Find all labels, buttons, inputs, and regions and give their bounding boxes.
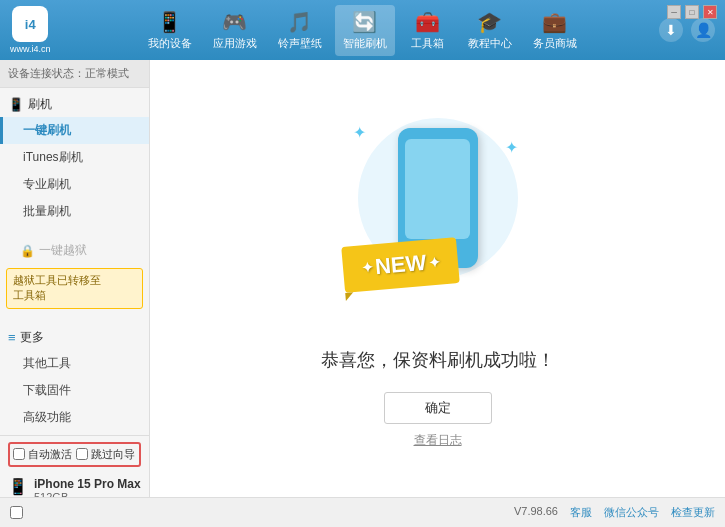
- tutorial-icon: 🎓: [477, 10, 502, 34]
- skip-guide-checkbox[interactable]: 跳过向导: [76, 447, 135, 462]
- statusbar-checkbox[interactable]: [10, 506, 23, 519]
- nav-label-smart-flash: 智能刷机: [343, 36, 387, 51]
- star-icon-left: ✦: [360, 259, 373, 276]
- nav-item-toolbox[interactable]: 🧰 工具箱: [400, 5, 455, 56]
- auto-activate-input[interactable]: [13, 448, 25, 460]
- new-ribbon: ✦ NEW ✦: [341, 237, 460, 293]
- sidebar-item-other-tools[interactable]: 其他工具: [0, 350, 149, 377]
- statusbar: V7.98.66 客服 微信公众号 检查更新: [0, 497, 725, 527]
- device-storage: 512GB: [34, 491, 141, 497]
- maximize-button[interactable]: □: [685, 5, 699, 19]
- wechat-link[interactable]: 微信公众号: [604, 505, 659, 520]
- sparkle-icon-1: ✦: [353, 123, 366, 142]
- skip-guide-label: 跳过向导: [91, 447, 135, 462]
- ringtones-icon: 🎵: [287, 10, 312, 34]
- content-area: ✦ ✦ ✦ NEW ✦ 恭喜您，保资料刷机成功啦！ 确定 查看日志: [150, 60, 725, 497]
- sidebar-item-advanced[interactable]: 高级功能: [0, 404, 149, 431]
- nav-item-apps-games[interactable]: 🎮 应用游戏: [205, 5, 265, 56]
- nav-label-business: 务员商城: [533, 36, 577, 51]
- star-icon-right: ✦: [427, 254, 440, 271]
- sparkle-icon-2: ✦: [505, 138, 518, 157]
- jailbreak-label: 一键越狱: [39, 242, 87, 259]
- new-label: NEW: [373, 250, 426, 280]
- sidebar-item-itunes-flash[interactable]: iTunes刷机: [0, 144, 149, 171]
- nav-label-tutorial: 教程中心: [468, 36, 512, 51]
- statusbar-right: V7.98.66 客服 微信公众号 检查更新: [514, 505, 715, 520]
- nav-item-business[interactable]: 💼 务员商城: [525, 5, 585, 56]
- nav-label-apps-games: 应用游戏: [213, 36, 257, 51]
- version-text: V7.98.66: [514, 505, 558, 520]
- auto-actions: 自动激活 跳过向导: [8, 442, 141, 467]
- main-layout: 设备连接状态：正常模式 📱 刷机 一键刷机 iTunes刷机 专业刷机 批量刷机…: [0, 60, 725, 497]
- sidebar-item-batch-flash[interactable]: 批量刷机: [0, 198, 149, 225]
- smart-flash-icon: 🔄: [352, 10, 377, 34]
- apps-games-icon: 🎮: [222, 10, 247, 34]
- logo-icon: i4: [12, 6, 48, 42]
- nav-label-my-device: 我的设备: [148, 36, 192, 51]
- flash-section: 📱 刷机 一键刷机 iTunes刷机 专业刷机 批量刷机: [0, 88, 149, 229]
- nav-item-smart-flash[interactable]: 🔄 智能刷机: [335, 5, 395, 56]
- minimize-button[interactable]: ─: [667, 5, 681, 19]
- nav-item-tutorial[interactable]: 🎓 教程中心: [460, 5, 520, 56]
- flash-section-label: 刷机: [28, 96, 52, 113]
- statusbar-left: [10, 506, 27, 519]
- check-update-link[interactable]: 检查更新: [671, 505, 715, 520]
- logo: i4 www.i4.cn: [10, 6, 51, 54]
- logo-subtext: www.i4.cn: [10, 44, 51, 54]
- nav-item-my-device[interactable]: 📱 我的设备: [140, 5, 200, 56]
- more-section-icon: ≡: [8, 330, 16, 345]
- nav-label-ringtones: 铃声壁纸: [278, 36, 322, 51]
- business-icon: 💼: [542, 10, 567, 34]
- auto-activate-checkbox[interactable]: 自动激活: [13, 447, 72, 462]
- sidebar-item-pro-flash[interactable]: 专业刷机: [0, 171, 149, 198]
- sidebar-item-one-key-flash[interactable]: 一键刷机: [0, 117, 149, 144]
- confirm-button[interactable]: 确定: [384, 392, 492, 424]
- logo-text: i4: [25, 17, 36, 32]
- header: i4 www.i4.cn 📱 我的设备 🎮 应用游戏 🎵 铃声壁纸 🔄 智能刷机…: [0, 0, 725, 60]
- jailbreak-disabled: 🔒 一键越狱: [0, 237, 149, 264]
- toolbox-icon: 🧰: [415, 10, 440, 34]
- flash-section-header[interactable]: 📱 刷机: [0, 92, 149, 117]
- more-section-label: 更多: [20, 329, 44, 346]
- flash-section-icon: 📱: [8, 97, 24, 112]
- more-section: ≡ 更多 其他工具 下载固件 高级功能: [0, 321, 149, 435]
- more-section-header[interactable]: ≡ 更多: [0, 325, 149, 350]
- lock-icon: 🔒: [20, 244, 35, 258]
- breadcrumb: 设备连接状态：正常模式: [0, 60, 149, 88]
- header-right: ⬇ 👤: [659, 18, 715, 42]
- jailbreak-warning: 越狱工具已转移至工具箱: [6, 268, 143, 309]
- success-illustration: ✦ ✦ ✦ NEW ✦: [338, 108, 538, 328]
- device-area: 自动激活 跳过向导 📱 iPhone 15 Pro Max 512GB iPho…: [0, 435, 149, 497]
- customer-service-link[interactable]: 客服: [570, 505, 592, 520]
- success-title: 恭喜您，保资料刷机成功啦！: [321, 348, 555, 372]
- device-name: iPhone 15 Pro Max: [34, 477, 141, 491]
- nav-label-toolbox: 工具箱: [411, 36, 444, 51]
- close-button[interactable]: ✕: [703, 5, 717, 19]
- view-log-link[interactable]: 查看日志: [414, 432, 462, 449]
- device-info: 📱 iPhone 15 Pro Max 512GB iPhone: [8, 473, 141, 497]
- auto-activate-label: 自动激活: [28, 447, 72, 462]
- new-text: ✦ NEW ✦: [360, 249, 441, 282]
- device-details: iPhone 15 Pro Max 512GB iPhone: [34, 477, 141, 497]
- download-button[interactable]: ⬇: [659, 18, 683, 42]
- user-button[interactable]: 👤: [691, 18, 715, 42]
- sidebar: 设备连接状态：正常模式 📱 刷机 一键刷机 iTunes刷机 专业刷机 批量刷机…: [0, 60, 150, 497]
- skip-guide-input[interactable]: [76, 448, 88, 460]
- sidebar-item-download-firmware[interactable]: 下载固件: [0, 377, 149, 404]
- device-phone-icon: 📱: [8, 477, 28, 496]
- nav-bar: 📱 我的设备 🎮 应用游戏 🎵 铃声壁纸 🔄 智能刷机 🧰 工具箱 🎓 教程中心…: [66, 5, 659, 56]
- nav-item-ringtones[interactable]: 🎵 铃声壁纸: [270, 5, 330, 56]
- my-device-icon: 📱: [157, 10, 182, 34]
- phone-screen: [405, 139, 470, 239]
